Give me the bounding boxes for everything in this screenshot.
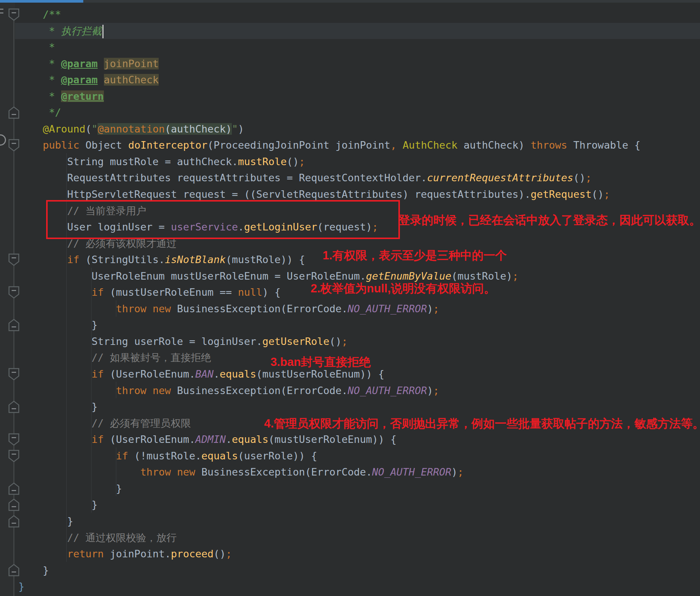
code-token	[397, 139, 403, 151]
code-token: ;	[433, 385, 439, 396]
code-token: ()	[329, 336, 342, 347]
code-line[interactable]: throw new BusinessException(ErrorCode.NO…	[15, 464, 700, 480]
code-line[interactable]: }	[15, 562, 700, 579]
code-token: getEnumByValue	[366, 270, 452, 282]
code-token: ;	[586, 172, 592, 184]
code-token	[171, 466, 177, 478]
code-line[interactable]: // 通过权限校验，放行	[15, 530, 700, 546]
code-token: @annotation	[98, 123, 165, 135]
code-token: ()	[573, 172, 586, 184]
code-token: if	[92, 433, 104, 445]
code-token: }	[18, 581, 24, 592]
code-token: (mustRole)	[451, 270, 512, 282]
code-token	[18, 139, 43, 151]
code-token: }	[18, 564, 49, 576]
code-token	[18, 74, 49, 86]
code-token	[18, 90, 49, 102]
code-line[interactable]: }	[15, 513, 700, 530]
code-token: new	[153, 385, 171, 396]
code-line[interactable]: * @return	[15, 88, 700, 105]
code-token: NO_AUTH_ERROR	[348, 303, 427, 315]
code-line[interactable]: }	[15, 497, 700, 513]
code-token: 执行拦截	[61, 25, 102, 37]
code-line[interactable]: * @param joinPoint	[15, 56, 700, 72]
code-line[interactable]: * 执行拦截	[15, 23, 700, 39]
code-token: RequestAttributes requestAttributes = Re…	[18, 172, 427, 184]
code-token	[18, 385, 116, 396]
annotation-step4-note: 4.管理员权限才能访问，否则抛出异常，例如一些批量获取帖子的方法，敏感方法等。	[264, 416, 700, 432]
code-token: *	[49, 90, 61, 102]
ide-editor-window: /** * 执行拦截 * * @param joinPoint * @param…	[0, 0, 700, 596]
code-token: /**	[18, 9, 61, 20]
code-editor-text-area[interactable]: /** * 执行拦截 * * @param joinPoint * @param…	[15, 6, 700, 595]
code-token: new	[153, 303, 171, 315]
code-token: NO_AUTH_ERROR	[348, 385, 427, 396]
annotation-step2-note: 2.枚举值为null,说明没有权限访问。	[311, 281, 496, 296]
code-token: .	[226, 433, 232, 445]
code-line[interactable]: }	[15, 317, 700, 333]
code-token: ;	[342, 336, 348, 347]
code-token: equals	[201, 450, 238, 462]
code-token	[18, 466, 140, 478]
code-line[interactable]: *	[15, 39, 700, 56]
code-token: BusinessException(ErrorCode.	[171, 303, 347, 315]
code-line[interactable]: throw new BusinessException(ErrorCode.NO…	[15, 301, 700, 317]
code-line[interactable]: RequestAttributes requestAttributes = Re…	[15, 170, 700, 186]
code-token: @Around	[43, 123, 86, 135]
code-token: (userRole)) {	[238, 450, 317, 462]
red-highlight-box	[46, 200, 400, 239]
code-line[interactable]: /**	[15, 6, 700, 23]
code-token	[18, 123, 43, 135]
code-line[interactable]: * @param authCheck	[15, 72, 700, 88]
code-token: ;	[512, 270, 518, 282]
code-token: (mustUserRoleEnum)) {	[269, 433, 397, 445]
code-token: if	[92, 368, 104, 380]
code-token: *	[18, 41, 55, 53]
code-line[interactable]: }	[15, 578, 700, 595]
code-line[interactable]: if (!mustRole.equals(userRole)) {	[15, 448, 700, 464]
code-token: (mustRole)) {	[226, 254, 305, 265]
code-line[interactable]: return joinPoint.proceed();	[15, 546, 700, 562]
code-token: if	[92, 286, 104, 298]
code-token	[18, 548, 67, 560]
code-token: (UserRoleEnum.	[104, 368, 195, 380]
code-token: )	[427, 385, 433, 396]
code-token: // 通过权限校验，放行	[18, 532, 177, 543]
code-token: null	[238, 286, 262, 298]
code-token: throw	[116, 303, 146, 315]
code-token: )	[427, 303, 433, 315]
code-line[interactable]: String userRole = loginUser.getUserRole(…	[15, 333, 700, 350]
code-line[interactable]: String mustRole = authCheck.mustRole();	[15, 154, 700, 170]
code-token: public	[43, 139, 80, 151]
code-token: String userRole = loginUser.	[18, 336, 262, 347]
code-token	[98, 58, 104, 69]
code-token: joinPoint.	[104, 548, 171, 560]
code-token: HttpServletRequest request = ((ServletRe…	[18, 188, 530, 200]
code-token: if	[116, 450, 128, 462]
code-line[interactable]: public Object doInterceptor(ProceedingJo…	[15, 137, 700, 154]
code-line[interactable]: @Around("@annotation(authCheck)")	[15, 121, 700, 137]
code-token: ;	[433, 303, 439, 315]
code-token: ()	[287, 156, 299, 167]
code-line[interactable]: }	[15, 399, 700, 415]
code-line[interactable]: }	[15, 480, 700, 497]
code-token: // 必须有管理员权限	[18, 417, 191, 429]
code-token	[18, 58, 49, 69]
code-token: throw	[116, 385, 146, 396]
code-line[interactable]: if (UserRoleEnum.ADMIN.equals(mustUserRo…	[15, 431, 700, 448]
clipped-menu-icon	[0, 9, 3, 10]
code-token: new	[177, 466, 195, 478]
code-token: getUserRole	[262, 336, 329, 347]
top-strip	[0, 0, 700, 3]
code-token: (UserRoleEnum.	[104, 433, 195, 445]
code-line[interactable]: throw new BusinessException(ErrorCode.NO…	[15, 382, 700, 399]
code-token: throws	[531, 139, 568, 151]
code-token: mustRole	[238, 156, 287, 167]
code-token: joinPoint	[104, 58, 159, 69]
code-line[interactable]: */	[15, 104, 700, 121]
code-token: }	[18, 483, 122, 494]
code-token: authCheck)	[457, 139, 530, 151]
code-token: }	[18, 515, 73, 527]
code-token: UserRoleEnum mustUserRoleEnum = UserRole…	[18, 270, 366, 282]
code-token: BusinessException(ErrorCode.	[171, 385, 347, 396]
